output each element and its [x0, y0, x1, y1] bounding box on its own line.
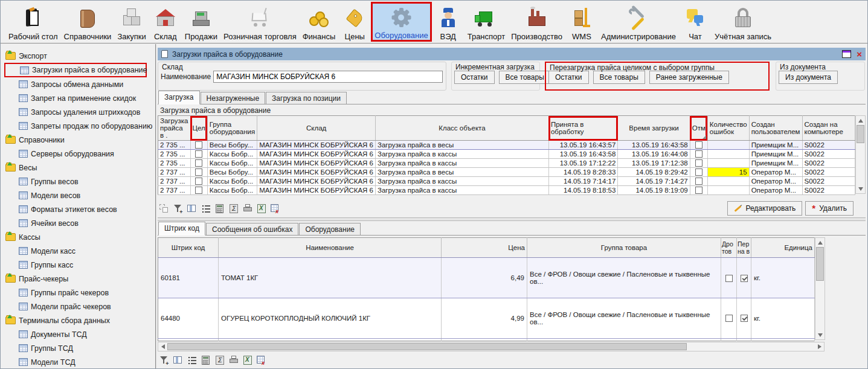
otm-checkbox[interactable] [695, 150, 702, 158]
incremental-all-goods-button[interactable]: Все товары [499, 71, 551, 84]
warehouse-name-input[interactable] [213, 71, 443, 83]
toolbar-item-sales[interactable]: Продажи [182, 2, 220, 42]
col-otm-highlighted[interactable]: Отм [690, 116, 707, 141]
scroll-up-icon[interactable] [856, 116, 865, 125]
col-object-class[interactable]: Класс объекта [376, 116, 549, 141]
sidebar-item-checker-groups[interactable]: Группы прайс чекеров [4, 286, 155, 300]
sidebar-item-label-formats[interactable]: Форматы этикеток весов [4, 202, 155, 216]
sidebar-folder-directories[interactable]: Справочники [4, 133, 155, 147]
from-document-button[interactable]: Из документа [779, 71, 838, 84]
sidebar-item-tsd-models[interactable]: Модели ТСД [4, 355, 155, 368]
toolbar-item-equipment[interactable]: Оборудование [371, 2, 431, 42]
col-goods-group[interactable]: Группа товара [527, 238, 721, 258]
numbered-list-icon[interactable] [201, 204, 211, 214]
scrollbar-thumb[interactable] [167, 343, 687, 350]
col-load-id[interactable]: Загрузка прайса в . [158, 116, 191, 141]
col-dro[interactable]: Дро тов [721, 238, 737, 258]
otm-checkbox[interactable] [695, 178, 702, 185]
sidebar-item-tsd-groups[interactable]: Группы ТСД [4, 341, 155, 355]
sum-sigma-icon[interactable]: Σ [214, 355, 225, 365]
sidebar-folder-export[interactable]: Экспорт [4, 49, 155, 63]
calculator-icon[interactable] [201, 355, 211, 365]
col-accepted-highlighted[interactable]: Принята в обработку [548, 116, 617, 141]
sum-sigma-icon[interactable]: Σ [228, 204, 239, 214]
horizontal-scrollbar[interactable] [158, 342, 825, 351]
numbered-list-icon[interactable] [187, 355, 198, 365]
col-error-count[interactable]: Количество ошибок [707, 116, 749, 141]
col-load-time[interactable]: Время загрузки [618, 116, 690, 141]
col-equipment-group[interactable]: Группа оборудования [207, 116, 257, 141]
transfer-checkbox[interactable] [741, 315, 748, 322]
otm-checkbox[interactable] [695, 159, 702, 167]
toolbar-item-prices[interactable]: Цены [338, 2, 371, 42]
col-unit[interactable]: Единица [751, 238, 815, 258]
sidebar-folder-cash-registers[interactable]: Кассы [4, 230, 155, 244]
fractional-goods-checkbox[interactable] [725, 275, 733, 282]
cel-checkbox[interactable] [195, 187, 202, 194]
reload-all-goods-button[interactable]: Все товары [593, 71, 645, 84]
delete-table-icon[interactable]: x [256, 355, 267, 365]
cel-checkbox[interactable] [195, 168, 202, 176]
col-name[interactable]: Наименование [219, 238, 442, 258]
tab-load[interactable]: Загрузка [158, 91, 200, 104]
tab-load-by-position[interactable]: Загрузка по позиции [266, 92, 347, 104]
toolbar-item-warehouse[interactable]: Склад [149, 2, 182, 42]
toolbar-item-chat[interactable]: Чат [679, 2, 712, 42]
tab-equipment[interactable]: Оборудование [299, 223, 361, 235]
table-row[interactable]: 2 735 ... Кассы Бобр...МАГАЗИН МИНСК БОБ… [158, 150, 855, 159]
sidebar-item-data-exchange[interactable]: Запросы обмена данными [4, 77, 155, 91]
table-row[interactable]: 60181 ТОМАТ 1КГ 6,49 Все / ФРОВ / Овощи … [158, 258, 815, 298]
main-table-scrollbar[interactable] [855, 115, 866, 194]
reload-ostatki-button[interactable]: Остатки [548, 71, 589, 84]
toolbar-item-administration[interactable]: Администрирование [598, 2, 679, 42]
printer-icon[interactable] [228, 355, 239, 365]
table-row[interactable]: 2 737 ... Кассы Бобр...МАГАЗИН МИНСК БОБ… [158, 186, 855, 195]
scroll-left-icon[interactable] [158, 342, 167, 351]
cel-checkbox[interactable] [195, 141, 202, 149]
cel-checkbox[interactable] [195, 159, 202, 167]
tab-barcode[interactable]: Штрих код [158, 222, 205, 236]
toolbar-item-production[interactable]: Производство [508, 2, 565, 42]
printer-icon[interactable] [242, 204, 253, 214]
restore-window-icon[interactable] [842, 50, 851, 58]
columns-icon[interactable] [187, 204, 198, 214]
toolbar-item-directories[interactable]: Справочники [61, 2, 115, 42]
sidebar-item-checker-models[interactable]: Модели прайс чекеров [4, 300, 155, 313]
table-row[interactable]: 2 737 ... Весы Бобру...МАГАЗИН МИНСК БОБ… [158, 168, 855, 177]
columns-icon[interactable] [173, 355, 184, 365]
cel-checkbox[interactable] [195, 150, 202, 158]
col-warehouse[interactable]: Склад [257, 116, 376, 141]
transfer-checkbox[interactable] [741, 275, 748, 282]
table-row[interactable]: 64480 ОГУРЕЦ КОРОТКОПЛОДНЫЙ КОЛЮЧИЙ 1КГ … [158, 298, 815, 339]
excel-export-icon[interactable]: X [256, 204, 267, 214]
sidebar-folder-price-checkers[interactable]: Прайс-чекеры [4, 272, 155, 286]
scroll-down-icon[interactable] [856, 184, 865, 193]
col-barcode[interactable]: Штрих код [158, 238, 219, 258]
cel-checkbox[interactable] [195, 178, 202, 185]
sidebar-item-scale-cells[interactable]: Ячейки весов [4, 216, 155, 230]
barcode-table-scrollbar[interactable] [815, 237, 825, 340]
toolbar-item-desktop[interactable]: Рабочий стол [5, 2, 61, 42]
sidebar-item-sales-ban[interactable]: Запреты продаж по оборудованию [4, 119, 155, 133]
filter-icon[interactable]: + [173, 204, 184, 214]
close-icon[interactable]: × [857, 50, 862, 58]
toolbar-item-transport[interactable]: Транспорт [465, 2, 509, 42]
otm-checkbox[interactable] [695, 141, 702, 149]
toolbar-item-retail[interactable]: Розничная торговля [220, 2, 300, 42]
toolbar-item-ved[interactable]: ВЭД [432, 2, 465, 42]
table-row[interactable]: 2 735 ... Кассы Бобр...МАГАЗИН МИНСК БОБ… [158, 159, 855, 168]
sidebar-item-discount-ban[interactable]: Запрет на применение скидок [4, 91, 155, 105]
col-created-on-computer[interactable]: Создан на компьютере [802, 116, 855, 141]
delete-table-icon[interactable]: x [270, 204, 281, 214]
otm-checkbox[interactable] [695, 168, 702, 176]
sidebar-item-barcode-delete[interactable]: Запросы удаления штрихкодов [4, 105, 155, 119]
sidebar-item-tsd-documents[interactable]: Документы ТСД [4, 327, 155, 341]
calculator-icon[interactable] [214, 204, 225, 214]
scrollbar-thumb[interactable] [816, 247, 824, 281]
scroll-down-icon[interactable] [815, 330, 825, 339]
sidebar-folder-scales[interactable]: Весы [4, 161, 155, 175]
tab-error-messages[interactable]: Сообщения об ошибках [206, 223, 298, 235]
toolbar-item-account[interactable]: Учётная запись [712, 2, 774, 42]
otm-checkbox[interactable] [695, 187, 702, 194]
toolbar-item-purchases[interactable]: Закупки [114, 2, 149, 42]
